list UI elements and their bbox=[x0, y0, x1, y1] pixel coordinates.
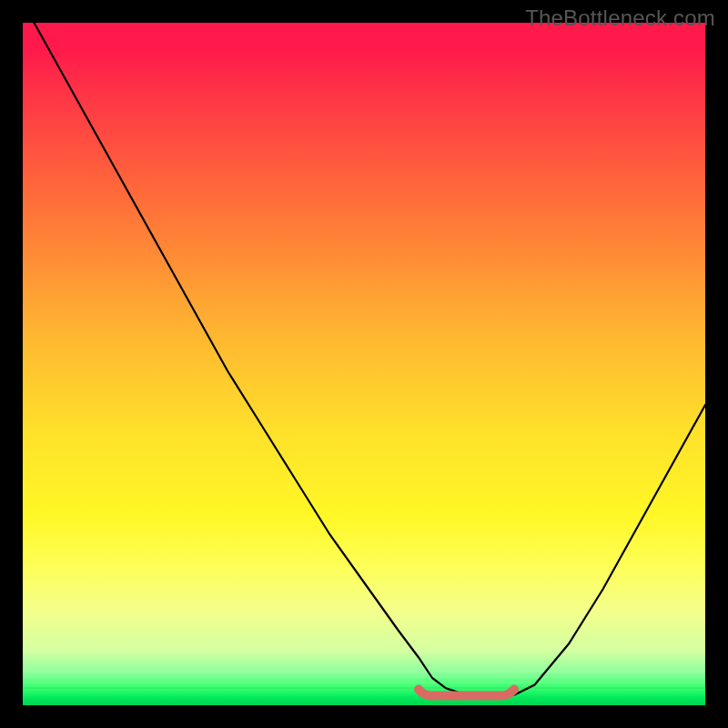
watermark-text: TheBottleneck.com bbox=[525, 5, 715, 31]
bottleneck-curve-line bbox=[23, 3, 705, 698]
chart-frame: TheBottleneck.com bbox=[0, 0, 728, 728]
chart-svg bbox=[23, 23, 705, 705]
optimal-range-marker bbox=[419, 690, 514, 696]
chart-plot-area bbox=[23, 23, 705, 705]
